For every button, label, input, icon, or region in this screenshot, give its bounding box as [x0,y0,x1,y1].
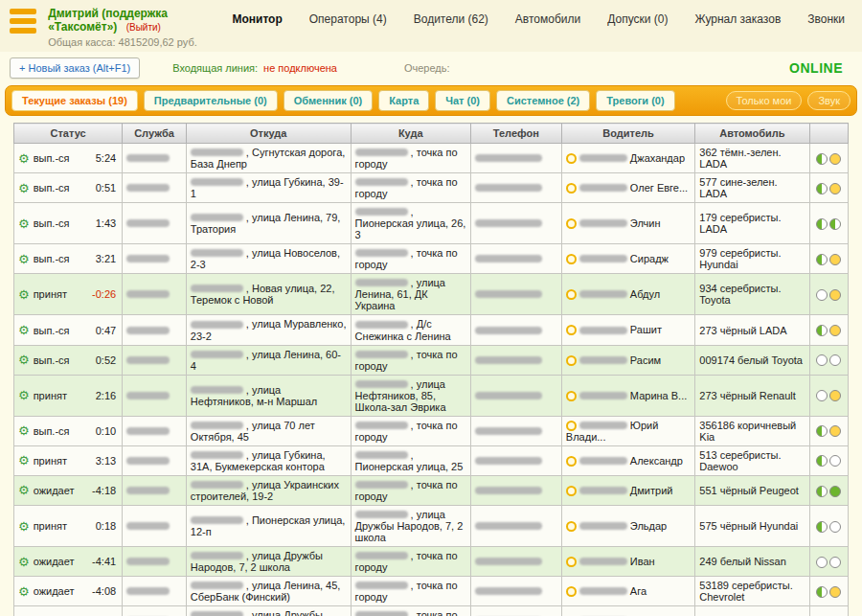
new-order-button[interactable]: + Новый заказ (Alt+F1) [10,57,140,79]
order-status-gear-icon: ⚙ [18,424,30,437]
phone-cell [470,375,561,416]
driver-name: Иван [630,556,655,567]
phone-cell [470,445,561,475]
driver-status-icon [566,355,577,366]
tab-bar: Текущие заказы (19) Предварительные (0) … [5,85,857,116]
driver-name: Сирадж [630,253,669,264]
nav-item-calls[interactable]: Звонки [807,12,845,26]
tab-chat[interactable]: Чат (0) [435,90,490,111]
col-header-driver[interactable]: Водитель [561,124,694,144]
redacted-district [191,249,243,257]
tab-current-orders[interactable]: Текущие заказы (19) [11,90,138,111]
table-row[interactable]: ⚙ вып.-ся 0:10 , улица 70 лет Октября, 4… [14,416,849,445]
redacted-district [191,516,243,524]
table-header-row: Статус Служба Откуда Куда Телефон Водите… [14,124,849,144]
to-cell: , Пионерская улица, 25 [351,445,470,475]
table-row[interactable]: ⚙ вып.-ся 5:24 , Сугнутская дорога, База… [14,144,849,173]
car-cell: 979 серебристы. Hyundai [695,244,809,274]
logout-link[interactable]: (Выйти) [126,22,161,33]
tab-alarms[interactable]: Тревоги (0) [596,90,674,111]
car-description: 362 тёмн.-зелен. LADA [699,147,781,170]
redacted-district [191,451,243,459]
indicators-cell [809,244,848,274]
redacted-district [191,481,243,489]
table-row[interactable]: ⚙ вып.-ся 1:43 , улица Ленина, 79, Трато… [14,203,849,244]
col-header-phone[interactable]: Телефон [470,124,561,144]
table-row[interactable]: ⚙ вып.-ся 0:51 , улица Губкина, 39-1 , т… [14,173,849,203]
status-indicator-1 [816,289,828,301]
status-indicator-2 [829,521,841,533]
redacted-service [126,219,170,227]
status-cell: ⚙ ожидает -4:08 [14,577,123,606]
tab-preliminary[interactable]: Предварительные (0) [144,90,278,111]
table-row[interactable]: ⚙ вып.-ся 0:52 , улица Ленина, 60-4 , то… [14,345,849,375]
service-cell [123,375,187,416]
table-row[interactable]: ⚙ принят 0:18 , Пионерская улица, 12-п ,… [14,506,849,547]
table-row[interactable]: ⚙ принят 3:13 , улица Губкина, 31А, Букм… [14,445,849,475]
table-row[interactable]: ⚙ принят 2:16 , улица Нефтяников, м-н Ма… [14,375,849,416]
table-row[interactable]: ⚙ принят -0:26 , Новая улица, 22, Теремо… [14,274,849,315]
nav-item-operators[interactable]: Операторы (4) [309,12,387,26]
driver-cell: Сирадж [561,244,694,274]
redacted-district [355,148,408,156]
col-header-to[interactable]: Куда [351,124,470,144]
tab-system[interactable]: Системное (2) [496,90,590,111]
status-indicator-1 [816,521,828,533]
order-status-gear-icon: ⚙ [18,389,30,401]
driver-name: Джахандар [630,152,685,164]
phone-cell [470,506,561,547]
nav-item-drivers[interactable]: Водители (62) [414,12,488,26]
table-row[interactable]: ⚙ ожидает -4:41 , улица Дружбы Народов, … [14,547,849,577]
order-timer: 3:13 [96,455,118,467]
tab-map[interactable]: Карта [378,90,429,111]
driver-cell: Александр [561,445,694,475]
driver-name: Абдул [630,288,660,300]
col-header-status[interactable]: Статус [14,124,123,144]
table-row[interactable]: ⚙ ожидает -4:18 , улица Украинских строи… [14,475,849,505]
service-cell [123,547,187,577]
driver-cell: Ага [561,577,694,606]
redacted-district [355,208,408,216]
col-header-service[interactable]: Служба [123,124,187,144]
car-cell: 273 чёрный Renault [695,375,809,416]
table-row[interactable]: ⚙ ожидает -4:08 , улица Ленина, 45, Сбер… [14,577,849,606]
car-cell: 575 чёрный Hyundai [695,506,809,547]
hamburger-menu-icon[interactable] [10,7,36,34]
status-indicator-1 [816,354,828,366]
nav-item-order-log[interactable]: Журнал заказов [694,12,781,26]
phone-cell [470,244,561,274]
redacted-callsign [579,219,627,227]
redacted-phone [475,587,542,595]
table-row[interactable]: ⚙ вып.-ся 0:47 , улица Муравленко, 23-2 … [14,315,849,345]
status-indicator-2 [829,325,841,336]
nav-item-cars[interactable]: Автомобили [515,12,580,26]
redacted-district [355,321,408,329]
status-cell: ⚙ принят 1:29 [14,606,123,616]
status-indicator-1 [816,425,828,437]
order-status-gear-icon: ⚙ [18,288,30,301]
status-indicator-1 [816,218,828,230]
order-timer: -4:18 [92,485,118,496]
redacted-service [126,154,170,162]
redacted-phone [475,427,542,435]
table-row[interactable]: ⚙ вып.-ся 3:21 , улица Новоселов, 2-3 , … [14,244,849,274]
to-cell: , улица Дружбы Народов, 7, 2 школа [351,506,470,547]
nav-item-permits[interactable]: Допуски (0) [607,12,668,26]
nav-item-monitor[interactable]: Монитор [232,12,282,26]
status-indicator-2 [829,486,841,497]
col-header-from[interactable]: Откуда [186,124,351,144]
redacted-district [191,582,243,589]
phone-cell [470,475,561,505]
driver-name: Эльдар [630,520,667,532]
only-mine-button[interactable]: Только мои [726,91,803,110]
phone-cell [470,416,561,445]
driver-name: Дмитрий [630,485,673,496]
tab-exchange[interactable]: Обменник (0) [284,90,374,111]
col-header-car[interactable]: Автомобиль [695,124,809,144]
car-cell: 53189 серебристы. Chevrolet [695,577,809,606]
sound-button[interactable]: Звук [807,91,851,110]
redacted-service [126,184,170,192]
table-row[interactable]: ⚙ принят 1:29 , улица Дружбы Народов, 22… [14,606,849,616]
car-description: 53189 серебристы. Chevrolet [699,580,792,603]
car-cell: 356186 коричневый Kia [695,416,809,445]
